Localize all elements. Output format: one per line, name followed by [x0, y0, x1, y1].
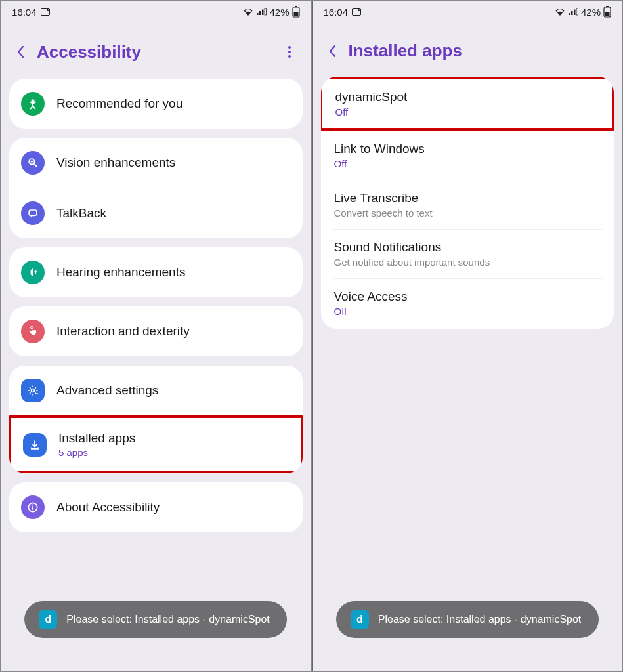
svg-rect-0 — [257, 13, 259, 15]
row-recommended[interactable]: Recommended for you — [9, 79, 303, 129]
page-title: Accessibility — [37, 42, 271, 62]
app-status: Off — [335, 106, 600, 117]
app-row-sound-notifications[interactable]: Sound Notifications Get notified about i… — [321, 230, 614, 278]
toast-app-icon: d — [39, 610, 57, 629]
vision-icon — [21, 151, 45, 175]
back-button[interactable] — [328, 43, 337, 59]
row-about[interactable]: About Accessibility — [9, 482, 303, 532]
row-interaction[interactable]: Interaction and dexterity — [9, 306, 303, 356]
row-subtitle: 5 apps — [58, 447, 289, 458]
app-label: dynamicSpot — [335, 90, 600, 104]
picture-icon — [41, 8, 50, 16]
battery-icon — [292, 6, 300, 18]
svg-rect-3 — [265, 8, 267, 15]
svg-rect-24 — [576, 8, 578, 15]
toast-text: Please select: Installed apps - dynamicS… — [378, 612, 582, 627]
svg-point-16 — [32, 389, 35, 392]
svg-rect-23 — [574, 10, 576, 16]
svg-rect-21 — [569, 13, 570, 15]
toast: d Please select: Installed apps - dynami… — [24, 601, 287, 638]
phone-left: 16:04 42% Accessibility — [1, 1, 311, 671]
app-row-live-transcribe[interactable]: Live Transcribe Convert speech to text — [321, 180, 614, 229]
signal-icon — [568, 8, 578, 16]
status-bar: 16:04 42% — [1, 1, 311, 22]
svg-rect-1 — [259, 11, 261, 15]
svg-point-15 — [31, 326, 33, 329]
toast: d Please select: Installed apps - dynami… — [336, 601, 599, 638]
status-battery: 42% — [581, 7, 601, 18]
status-battery: 42% — [269, 7, 289, 18]
wifi-icon — [555, 8, 565, 16]
app-row-voice-access[interactable]: Voice Access Off — [321, 279, 614, 327]
row-label: About Accessibility — [56, 500, 291, 514]
svg-rect-6 — [293, 12, 298, 16]
svg-rect-27 — [605, 12, 610, 16]
installed-icon — [23, 433, 47, 457]
battery-icon — [603, 6, 611, 18]
row-advanced[interactable]: + Advanced settings — [9, 366, 303, 415]
svg-rect-5 — [295, 6, 297, 7]
app-status: Convert speech to text — [334, 207, 601, 219]
advanced-icon: + — [21, 379, 45, 402]
recommended-icon — [21, 92, 45, 116]
talkback-icon — [21, 201, 45, 225]
app-label: Link to Windows — [334, 142, 601, 156]
back-button[interactable] — [16, 44, 25, 60]
svg-text:+: + — [35, 390, 39, 396]
row-talkback[interactable]: TalkBack — [9, 188, 303, 238]
settings-list: Recommended for you Vision enhancements … — [1, 79, 311, 671]
svg-rect-12 — [29, 210, 37, 215]
wifi-icon — [243, 8, 253, 16]
picture-icon — [352, 8, 361, 16]
row-label: Interaction and dexterity — [56, 324, 291, 339]
about-icon — [21, 495, 45, 519]
svg-rect-2 — [262, 10, 264, 16]
app-row-link-to-windows[interactable]: Link to Windows Off — [321, 131, 614, 180]
app-status: Off — [334, 306, 601, 317]
row-label: TalkBack — [56, 206, 291, 220]
app-status: Off — [334, 158, 601, 169]
svg-rect-26 — [606, 6, 609, 7]
app-label: Live Transcribe — [334, 191, 601, 205]
svg-line-9 — [34, 164, 37, 167]
interaction-icon — [21, 320, 45, 343]
status-time: 16:04 — [324, 7, 349, 18]
row-label: Vision enhancements — [56, 156, 291, 170]
row-label: Installed apps — [58, 431, 289, 446]
toast-app-icon: d — [351, 610, 369, 629]
row-vision[interactable]: Vision enhancements — [9, 138, 303, 188]
signal-icon — [256, 8, 267, 16]
app-label: Sound Notifications — [334, 240, 601, 255]
overflow-button[interactable] — [283, 41, 296, 63]
row-label: Hearing enhancements — [56, 265, 291, 280]
row-label: Recommended for you — [56, 96, 291, 111]
row-installed-apps[interactable]: Installed apps 5 apps — [9, 415, 303, 473]
svg-point-19 — [32, 505, 33, 506]
status-time: 16:04 — [12, 7, 37, 18]
phone-right: 16:04 42% Installed apps dynamicSpot Off — [312, 1, 623, 671]
header: Accessibility — [1, 22, 311, 79]
svg-rect-22 — [571, 11, 573, 15]
app-row-dynamicspot[interactable]: dynamicSpot Off — [321, 77, 614, 131]
row-label: Advanced settings — [56, 383, 291, 398]
apps-list: dynamicSpot Off Link to Windows Off Live… — [313, 77, 622, 671]
app-status: Get notified about important sounds — [334, 257, 601, 268]
app-label: Voice Access — [334, 289, 601, 304]
row-hearing[interactable]: Hearing enhancements — [9, 247, 303, 297]
header: Installed apps — [313, 22, 622, 77]
hearing-icon — [21, 261, 45, 284]
toast-text: Please select: Installed apps - dynamicS… — [66, 612, 270, 627]
status-bar: 16:04 42% — [313, 1, 622, 22]
page-title: Installed apps — [349, 41, 608, 61]
